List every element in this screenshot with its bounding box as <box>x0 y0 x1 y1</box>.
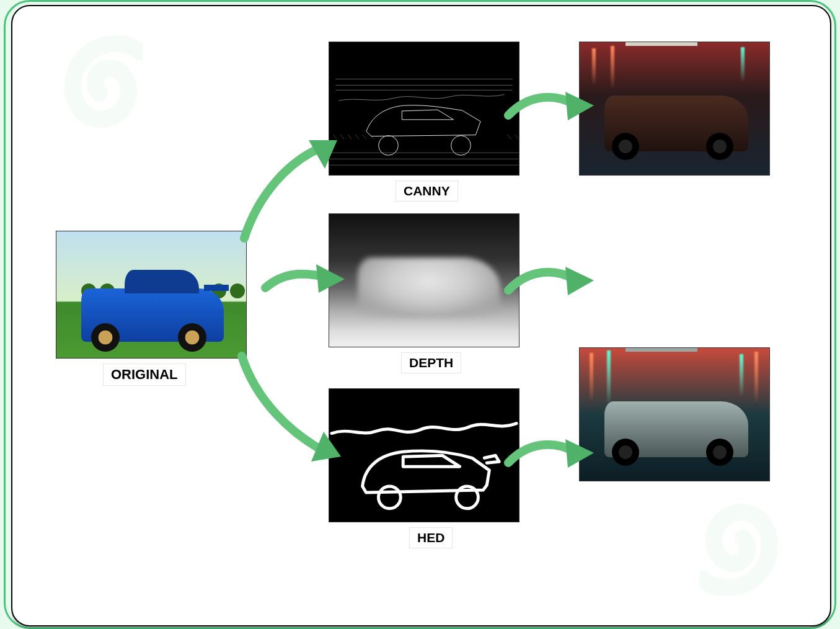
arrow-icon <box>232 346 343 464</box>
image-hed <box>329 388 519 522</box>
diagram-frame: ORIGINAL CANNY DEPTH HED <box>11 5 831 627</box>
svg-point-1 <box>451 136 471 156</box>
decorative-swirl-icon <box>700 495 805 600</box>
label-depth: DEPTH <box>401 352 461 373</box>
svg-point-2 <box>378 486 400 509</box>
image-canny <box>329 42 519 176</box>
label-canny: CANNY <box>396 181 458 202</box>
label-hed: HED <box>409 527 453 548</box>
svg-marker-8 <box>565 267 594 295</box>
image-generated-from-depth <box>579 347 770 481</box>
image-generated-from-canny <box>579 42 770 176</box>
decorative-swirl-icon <box>37 31 143 136</box>
label-original: ORIGINAL <box>103 364 186 386</box>
svg-point-0 <box>379 136 399 156</box>
image-original <box>56 231 247 359</box>
image-depth <box>329 213 519 347</box>
arrow-icon <box>234 136 340 248</box>
